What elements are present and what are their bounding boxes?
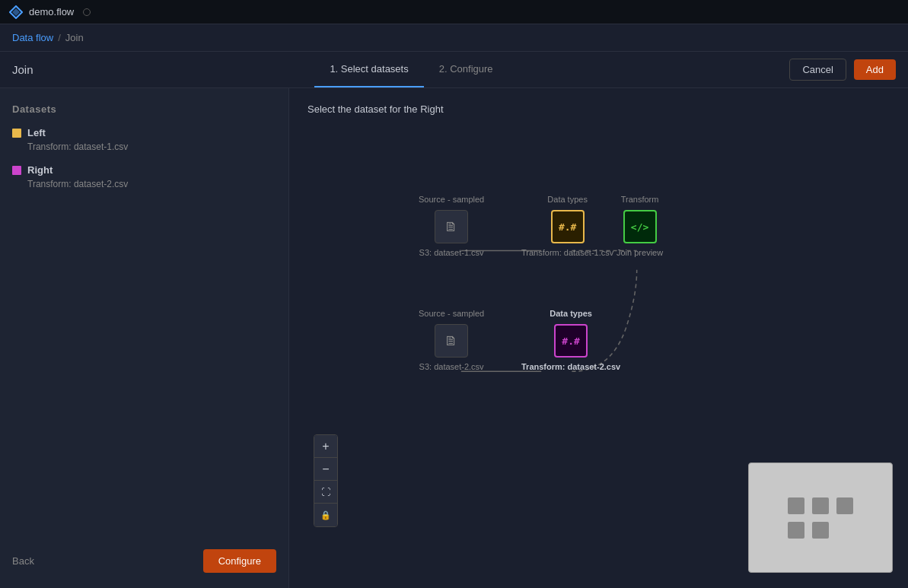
minimap-dot-4	[788, 522, 804, 539]
configure-button[interactable]: Configure	[203, 549, 276, 573]
breadcrumb: Data flow / Join	[0, 24, 908, 52]
cancel-button[interactable]: Cancel	[789, 59, 846, 81]
row2-datatypes-label: Data types	[550, 309, 592, 318]
header-actions: Cancel Add	[789, 59, 896, 81]
minimap-dot-5	[812, 522, 829, 539]
code-icon-row1: </>	[631, 221, 648, 233]
row1-source-box[interactable]: 🗎	[435, 210, 468, 243]
back-button[interactable]: Back	[12, 555, 34, 567]
title-bar: demo.flow	[0, 0, 908, 24]
zoom-in-button[interactable]: +	[314, 435, 337, 458]
row2-source-caption: S3: dataset-2.csv	[419, 362, 484, 371]
row1-transform-caption: Join preview	[616, 248, 663, 257]
csv-icon-row1: 🗎	[444, 219, 458, 235]
dataset-right-subtitle: Transform: dataset-2.csv	[27, 179, 276, 189]
minimap-content	[788, 497, 853, 539]
minimap-dot-3	[836, 497, 853, 514]
dataset-right-label: Right	[12, 164, 276, 176]
dataset-left: Left Transform: dataset-1.csv	[12, 127, 276, 152]
right-color-indicator	[12, 166, 21, 175]
header: Join 1. Select datasets 2. Configure Can…	[0, 52, 908, 88]
fit-button[interactable]: ⛶	[314, 481, 337, 504]
datasets-title: Datasets	[12, 103, 276, 115]
dataset-left-label: Left	[12, 127, 276, 138]
row2-datatypes-caption: Transform: dataset-2.csv	[521, 362, 620, 371]
tabs: 1. Select datasets 2. Configure	[314, 52, 508, 87]
row2-source-box[interactable]: 🗎	[435, 324, 468, 358]
hash-icon-row2: #.#	[562, 335, 579, 347]
lock-button[interactable]: 🔒	[314, 504, 337, 526]
app-logo	[9, 5, 23, 19]
row1-transform-label: Transform	[621, 195, 659, 204]
row1-source-node: Source - sampled 🗎 S3: dataset-1.csv	[419, 195, 484, 257]
row1-datatypes-label: Data types	[547, 195, 588, 204]
minimap-dot-1	[788, 497, 804, 514]
row1-transform-node: Transform </> Join preview	[616, 195, 663, 257]
dataset-right: Right Transform: dataset-2.csv	[12, 164, 276, 189]
csv-icon-row2: 🗎	[444, 333, 458, 349]
row1-source-label: Source - sampled	[419, 195, 484, 204]
row1-datatypes-box[interactable]: #.#	[551, 210, 585, 243]
dataset-left-subtitle: Transform: dataset-1.csv	[27, 141, 276, 152]
tab-select-datasets[interactable]: 1. Select datasets	[314, 52, 423, 87]
row1-source-caption: S3: dataset-1.csv	[419, 248, 484, 257]
row1-datatypes-node: Data types #.# Transform: dataset-1.csv	[521, 195, 613, 257]
breadcrumb-current: Join	[65, 32, 84, 43]
main-content: Datasets Left Transform: dataset-1.csv R…	[0, 88, 908, 588]
minimap-dot-2	[812, 497, 829, 514]
right-panel: Select the dataset for the Right Source …	[289, 88, 908, 588]
zoom-out-button[interactable]: −	[314, 458, 337, 481]
unsaved-indicator	[83, 8, 91, 16]
zoom-controls: + − ⛶ 🔒	[314, 434, 338, 527]
app-name: demo.flow	[29, 6, 74, 17]
row2-source-node: Source - sampled 🗎 S3: dataset-2.csv	[419, 309, 484, 371]
row1-datatypes-caption: Transform: dataset-1.csv	[521, 248, 613, 257]
page-title: Join	[12, 63, 33, 76]
breadcrumb-separator: /	[58, 32, 61, 43]
canvas-instruction: Select the dataset for the Right	[289, 88, 908, 130]
left-panel-footer: Back Configure	[12, 549, 276, 573]
row2-datatypes-box[interactable]: #.#	[554, 324, 588, 358]
breadcrumb-link[interactable]: Data flow	[12, 32, 53, 43]
row2-datatypes-node: Data types #.# Transform: dataset-2.csv	[521, 309, 620, 371]
tab-configure[interactable]: 2. Configure	[424, 52, 508, 87]
row2-source-label: Source - sampled	[419, 309, 484, 318]
left-panel: Datasets Left Transform: dataset-1.csv R…	[0, 88, 289, 588]
minimap	[748, 462, 893, 573]
left-color-indicator	[12, 129, 21, 138]
hash-icon-row1: #.#	[559, 221, 576, 233]
row1-transform-box[interactable]: </>	[623, 210, 657, 243]
add-button[interactable]: Add	[854, 59, 896, 80]
